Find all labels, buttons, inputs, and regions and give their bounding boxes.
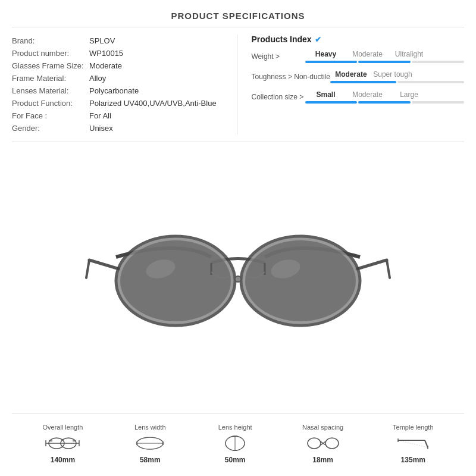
scale-segment <box>412 101 464 104</box>
scale-segment <box>412 61 464 63</box>
dimension-item: Nasal spacing 18mm <box>302 424 343 464</box>
check-icon: ✔ <box>315 35 321 44</box>
spec-value: Polycarbonate <box>89 86 139 95</box>
spec-row: Gender: Unisex <box>12 122 225 134</box>
svg-line-3 <box>387 260 390 278</box>
dimension-item: Lens width 58mm <box>132 424 168 464</box>
scale-label-item: Large <box>389 90 430 99</box>
specs-section: Brand: SPLOV Product number: WP10015 Gla… <box>12 27 464 142</box>
temple-icon <box>395 434 431 452</box>
scale-label-item: Moderate <box>330 70 372 79</box>
scale-label-item: Small <box>305 90 347 99</box>
spec-label: Gender: <box>12 124 89 133</box>
spec-label: Glasses Frame Size: <box>12 61 89 70</box>
products-index-title: Products Index ✔ <box>252 35 465 44</box>
page-title: PRODUCT SPECIFICATIONS <box>12 6 464 27</box>
spec-row: Lenses Material: Polycarbonate <box>12 84 225 97</box>
svg-line-0 <box>89 260 119 269</box>
scale-segment <box>305 61 358 63</box>
svg-point-28 <box>308 438 321 449</box>
spec-value: WP10015 <box>89 49 123 58</box>
overall-icon <box>45 434 80 452</box>
index-row-label: Collection size > <box>252 93 305 101</box>
index-scale: SmallModerateLarge <box>305 90 465 104</box>
dimension-label: Lens height <box>218 424 252 431</box>
svg-line-1 <box>86 260 89 278</box>
scale-segment <box>330 81 397 83</box>
glasses-image <box>83 212 393 343</box>
spec-label: Lenses Material: <box>12 86 89 95</box>
scale-segment <box>397 81 464 83</box>
dimension-value: 50mm <box>225 456 246 464</box>
index-scale: ModerateSuper tough <box>330 70 464 83</box>
dimension-value: 58mm <box>140 456 161 464</box>
scale-label-item: Ultralight <box>389 50 430 58</box>
spec-label: For Face : <box>12 111 89 120</box>
spec-label: Product number: <box>12 49 89 58</box>
spec-row: Product number: WP10015 <box>12 47 225 60</box>
dimensions-section: Overall length 140mmLens width 58mmLens … <box>12 414 464 470</box>
scale-segment <box>358 61 411 63</box>
scale-label-item: Heavy <box>305 50 347 58</box>
spec-value: Moderate <box>89 61 122 70</box>
lens_height-icon <box>217 434 253 452</box>
svg-point-8 <box>245 240 356 321</box>
dimension-item: Temple length 135mm <box>393 424 434 464</box>
products-index-label: Products Index <box>252 35 312 44</box>
spec-row: Frame Material: Alloy <box>12 72 225 84</box>
scale-segment <box>358 101 411 104</box>
page-wrapper: PRODUCT SPECIFICATIONS Brand: SPLOV Prod… <box>0 0 476 476</box>
index-scale: HeavyModerateUltralight <box>305 50 465 63</box>
svg-point-29 <box>325 438 339 449</box>
dimension-item: Overall length 140mm <box>42 424 83 464</box>
specs-right: Products Index ✔ Weight >HeavyModerateUl… <box>237 35 465 134</box>
spec-label: Frame Material: <box>12 74 89 83</box>
dimension-label: Temple length <box>393 424 434 431</box>
specs-left: Brand: SPLOV Product number: WP10015 Gla… <box>12 35 237 134</box>
svg-point-12 <box>235 276 241 282</box>
dimension-label: Lens width <box>134 424 166 431</box>
spec-row: Product Function: Polarized UV400,UVA/UV… <box>12 97 225 109</box>
lens_width-icon <box>132 434 168 452</box>
spec-value: Unisex <box>89 124 113 133</box>
index-row: Toughness > Non-ductileModerateSuper tou… <box>252 70 465 83</box>
spec-row: For Face : For All <box>12 109 225 122</box>
scale-label-item: Moderate <box>347 90 389 99</box>
spec-value: For All <box>89 111 111 120</box>
dimension-label: Overall length <box>42 424 83 431</box>
spec-row: Glasses Frame Size: Moderate <box>12 60 225 72</box>
scale-segment <box>305 101 358 104</box>
svg-line-2 <box>357 260 387 269</box>
spec-label: Brand: <box>12 36 89 45</box>
index-rows-container: Weight >HeavyModerateUltralightToughness… <box>252 50 465 104</box>
index-row: Collection size >SmallModerateLarge <box>252 90 465 104</box>
scale-label-item: Super tough <box>372 70 414 79</box>
svg-point-5 <box>120 240 231 321</box>
spec-row: Brand: SPLOV <box>12 35 225 47</box>
scale-label-item: Moderate <box>347 50 389 58</box>
svg-line-36 <box>398 440 428 447</box>
dimension-label: Nasal spacing <box>302 424 343 431</box>
spec-value: Polarized UV400,UVA/UVB,Anti-Blue <box>89 99 217 108</box>
dimension-value: 18mm <box>312 456 333 464</box>
nasal-icon <box>305 434 341 452</box>
index-row: Weight >HeavyModerateUltralight <box>252 50 465 63</box>
index-row-label: Weight > <box>252 52 305 61</box>
spec-value: Alloy <box>89 74 106 83</box>
dimension-value: 135mm <box>401 456 425 464</box>
index-row-label: Toughness > Non-ductile <box>252 73 330 81</box>
spec-label: Product Function: <box>12 99 89 108</box>
spec-value: SPLOV <box>89 36 115 45</box>
dimension-value: 140mm <box>51 456 75 464</box>
glasses-section <box>12 142 464 414</box>
dimension-item: Lens height 50mm <box>217 424 253 464</box>
